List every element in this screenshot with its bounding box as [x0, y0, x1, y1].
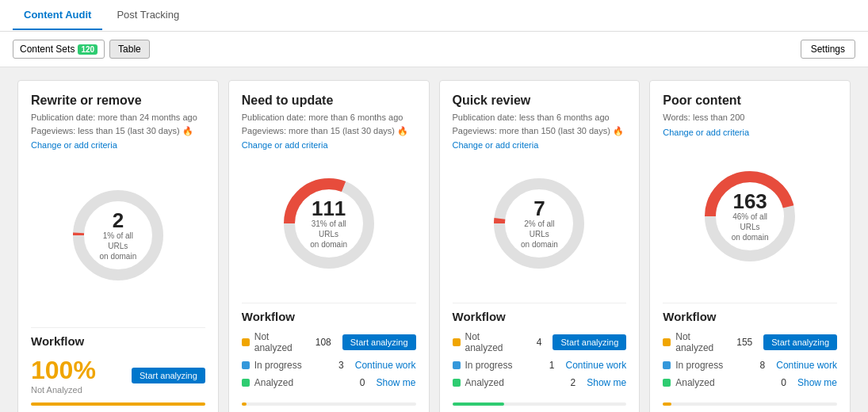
not-analyzed-label: Not Analyzed: [31, 385, 96, 395]
progress-bar-fill: [242, 402, 247, 406]
donut-label: 2% of all URLson domain: [515, 218, 563, 249]
donut-chart: 2 1% of all URLson domain: [71, 188, 166, 283]
workflow-title: Workflow: [31, 334, 205, 348]
change-criteria-link[interactable]: Change or add criteria: [663, 128, 837, 137]
workflow-item: Analyzed 2 Show me: [453, 377, 627, 388]
section-divider: [242, 303, 416, 303]
donut-number: 163: [726, 191, 774, 212]
section-divider: [453, 303, 627, 303]
workflow-item: In progress 1 Continue work: [453, 360, 627, 371]
workflow-count: 155: [733, 337, 752, 348]
card-title: Quick review: [453, 93, 627, 108]
progress-bar: [242, 402, 416, 406]
section-divider: [663, 303, 837, 303]
workflow-count: 4: [522, 337, 541, 348]
section-divider: [31, 327, 205, 328]
tab-post-tracking[interactable]: Post Tracking: [105, 1, 190, 30]
workflow-item: Not analyzed 108 Start analyzing: [242, 331, 416, 353]
workflow-dot: [453, 379, 461, 387]
workflow-item: Analyzed 0 Show me: [663, 377, 837, 388]
workflow-title: Workflow: [663, 310, 837, 323]
card-title: Poor content: [663, 93, 837, 108]
workflow-label: Analyzed: [675, 377, 763, 388]
cards-container: Rewrite or remove Publication date: more…: [0, 67, 868, 412]
progress-bar: [663, 402, 837, 406]
change-criteria-link[interactable]: Change or add criteria: [242, 140, 416, 150]
workflow-label: In progress: [675, 360, 741, 371]
donut-section: 7 2% of all URLson domain: [453, 150, 627, 296]
start-analyzing-button[interactable]: Start analyzing: [763, 334, 837, 350]
start-analyzing-button[interactable]: Start analyzing: [132, 368, 205, 383]
progress-bar-fill: [31, 402, 205, 406]
workflow-count: 0: [767, 377, 786, 388]
donut-chart: 163 46% of all URLson domain: [702, 169, 797, 264]
card-subtitle1: Words: less than 200: [663, 111, 837, 124]
workflow-item: In progress 8 Continue work: [663, 360, 837, 371]
workflow-count: 3: [325, 360, 344, 371]
card-subtitle2: Pageviews: more than 150 (last 30 days) …: [453, 124, 627, 138]
workflow-dot: [242, 338, 250, 346]
toolbar-left: Content Sets 120 Table: [13, 40, 150, 59]
content-sets-label: Content Sets: [20, 44, 75, 55]
workflow-dot: [663, 338, 671, 346]
donut-label: 46% of all URLson domain: [726, 212, 774, 242]
donut-section: 111 31% of all URLson domain: [242, 150, 416, 296]
donut-chart: 7 2% of all URLson domain: [491, 176, 587, 271]
card-subtitle1: Publication date: less than 6 months ago: [453, 111, 627, 124]
content-sets-button[interactable]: Content Sets 120: [13, 40, 105, 59]
workflow-count: 8: [746, 360, 765, 371]
workflow-dot: [663, 361, 671, 369]
workflow-title: Workflow: [242, 310, 416, 323]
start-analyzing-button[interactable]: Start analyzing: [342, 334, 416, 350]
workflow-label: In progress: [254, 360, 320, 371]
tab-content-audit[interactable]: Content Audit: [13, 1, 102, 30]
donut-label: 1% of all URLson domain: [94, 231, 142, 261]
donut-section: 163 46% of all URLson domain: [663, 137, 837, 297]
card-title: Need to update: [242, 93, 416, 108]
workflow-label: Analyzed: [254, 377, 342, 388]
donut-section: 2 1% of all URLson domain: [31, 150, 205, 321]
workflow-dot: [242, 379, 250, 387]
change-criteria-link[interactable]: Change or add criteria: [453, 140, 627, 150]
workflow-label: Not analyzed: [465, 331, 518, 353]
card-subtitle2: Pageviews: more than 15 (last 30 days) 🔥: [242, 124, 416, 138]
donut-center: 163 46% of all URLson domain: [726, 191, 774, 242]
workflow-count: 108: [312, 337, 331, 348]
settings-button[interactable]: Settings: [801, 40, 855, 59]
progress-bar-fill: [453, 402, 505, 406]
workflow-label: Not analyzed: [254, 331, 308, 353]
workflow-action-link[interactable]: Continue work: [566, 360, 627, 371]
card-subtitle1: Publication date: more than 24 months ag…: [31, 111, 205, 124]
donut-number: 7: [515, 197, 563, 218]
progress-bar-fill: [663, 402, 671, 406]
workflow-count: 2: [556, 377, 575, 388]
start-analyzing-button[interactable]: Start analyzing: [553, 334, 626, 350]
change-criteria-link[interactable]: Change or add criteria: [31, 140, 205, 150]
donut-center: 7 2% of all URLson domain: [515, 197, 563, 249]
card-quick: Quick review Publication date: less than…: [439, 80, 640, 412]
workflow-count: 1: [536, 360, 555, 371]
card-subtitle2: Pageviews: less than 15 (last 30 days) 🔥: [31, 124, 205, 138]
donut-number: 2: [94, 210, 142, 231]
workflow-count: 0: [346, 377, 365, 388]
toolbar: Content Sets 120 Table Settings: [0, 32, 868, 67]
workflow-action-link[interactable]: Continue work: [355, 360, 416, 371]
card-rewrite: Rewrite or remove Publication date: more…: [17, 80, 219, 412]
workflow-dot: [453, 361, 461, 369]
table-button[interactable]: Table: [109, 40, 150, 59]
top-nav: Content Audit Post Tracking: [0, 0, 868, 32]
workflow-label: Not analyzed: [675, 331, 728, 353]
card-poor: Poor content Words: less than 200 Change…: [649, 80, 851, 412]
workflow-dot: [663, 379, 671, 387]
workflow-label: Analyzed: [465, 377, 553, 388]
workflow-action-link[interactable]: Show me: [797, 377, 837, 388]
workflow-action-link[interactable]: Continue work: [776, 360, 837, 371]
card-title: Rewrite or remove: [31, 93, 205, 108]
workflow-action-link[interactable]: Show me: [587, 377, 626, 388]
workflow-item: Not analyzed 155 Start analyzing: [663, 331, 837, 353]
workflow-label: In progress: [465, 360, 531, 371]
workflow-item: In progress 3 Continue work: [242, 360, 416, 371]
workflow-action-link[interactable]: Show me: [376, 377, 415, 388]
big-percent: 100%: [31, 356, 96, 385]
workflow-title: Workflow: [453, 310, 627, 323]
